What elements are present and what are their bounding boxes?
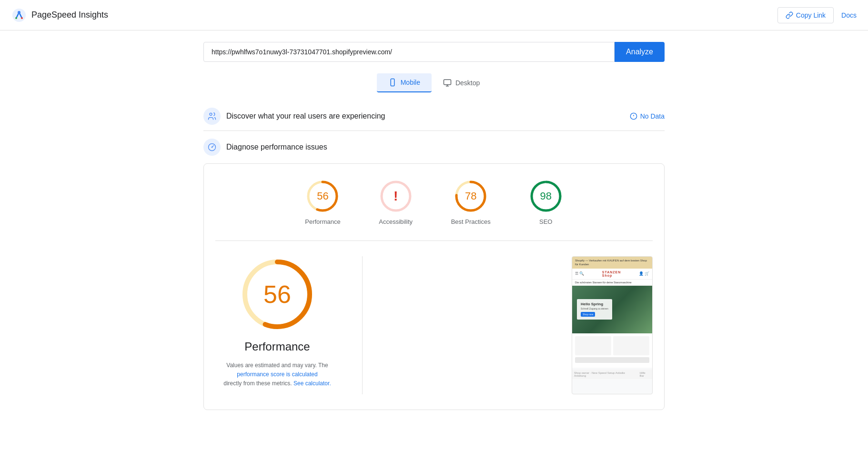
score-item-accessibility[interactable]: ! Accessibility (379, 179, 413, 225)
mobile-tab-label: Mobile (401, 79, 420, 86)
copy-link-label: Copy Link (796, 11, 826, 19)
screenshot-box: Shopify — Verkaufen mit KAUFEN auf dem b… (572, 256, 653, 394)
desktop-tab[interactable]: Desktop (432, 73, 491, 92)
header-left: PageSpeed Insights (11, 8, 108, 23)
url-input[interactable] (203, 42, 615, 62)
seo-score: 98 (540, 190, 552, 202)
screenshot-nav: ☰ 🔍 STANZENShop 👤 🛒 (572, 269, 652, 280)
accessibility-circle: ! (379, 179, 413, 213)
analyze-button[interactable]: Analyze (615, 42, 665, 62)
btn1: Shop now (581, 312, 595, 317)
screenshot-footer-right: Hilfe Bar (640, 371, 650, 377)
app-title: PageSpeed Insights (31, 10, 108, 20)
scores-card: 56 Performance ! Accessibility (203, 163, 665, 410)
performance-left: 56 Performance Values are estimated and … (215, 256, 339, 389)
perf-note-start: Values are estimated and may vary. The (226, 362, 328, 369)
mobile-icon (388, 78, 397, 87)
docs-link[interactable]: Docs (841, 11, 857, 19)
performance-big-score: 56 (263, 280, 291, 309)
hello-spring-desc: Schnell Zugang zu deinen (581, 307, 608, 310)
link-icon (786, 11, 793, 19)
users-icon (207, 111, 217, 121)
screenshot-content (572, 333, 652, 368)
seo-label: SEO (539, 218, 552, 225)
calculator-link[interactable]: See calculator. (293, 380, 331, 387)
screenshot-image: Hello Spring Schnell Zugang zu deinen Sh… (572, 286, 652, 333)
svg-rect-6 (444, 80, 451, 85)
perf-note-mid: directly from these metrics. (223, 380, 292, 387)
svg-point-1 (18, 11, 20, 14)
screenshot-footer: Shop owner · New Speed Setup Anledie Anl… (572, 370, 652, 379)
screenshot-text-placeholder (575, 357, 649, 363)
svg-point-2 (15, 17, 17, 19)
accessibility-label: Accessibility (379, 218, 413, 225)
no-data-label: No Data (640, 112, 665, 120)
url-row: Analyze (203, 42, 665, 62)
performance-detail-title: Performance (244, 340, 310, 353)
real-users-title: Discover what your real users are experi… (226, 112, 385, 120)
header: PageSpeed Insights Copy Link Docs (0, 0, 868, 30)
svg-point-14 (212, 147, 213, 148)
main-content: Analyze Mobile Desktop (196, 30, 672, 421)
best-practices-score: 78 (465, 190, 476, 202)
seo-circle: 98 (529, 179, 563, 213)
screenshot-cards (575, 336, 649, 355)
vertical-divider (362, 256, 363, 394)
performance-note: Values are estimated and may vary. The p… (215, 361, 339, 389)
speedometer-icon (207, 142, 217, 152)
header-right: Copy Link Docs (777, 7, 857, 23)
accessibility-score: ! (394, 189, 398, 204)
desktop-icon (443, 79, 452, 87)
screenshot-heading: Die schönsten Stansen für deine Stanzmas… (575, 281, 632, 284)
performance-score: 56 (317, 190, 328, 202)
best-practices-label: Best Practices (451, 218, 491, 225)
score-item-seo[interactable]: 98 SEO (529, 179, 563, 225)
device-toggle: Mobile Desktop (203, 73, 665, 92)
no-data-badge: No Data (630, 112, 665, 120)
hello-spring-title: Hello Spring (581, 302, 608, 306)
copy-link-button[interactable]: Copy Link (777, 7, 834, 23)
desktop-tab-label: Desktop (455, 79, 480, 87)
performance-label: Performance (305, 218, 340, 225)
svg-point-3 (21, 17, 23, 19)
screenshot-banner-text: Shopify — Verkaufen mit KAUFEN auf dem b… (575, 259, 647, 266)
mobile-tab[interactable]: Mobile (377, 73, 432, 92)
diagnose-title: Diagnose performance issues (226, 143, 327, 151)
performance-detail: 56 Performance Values are estimated and … (215, 256, 653, 394)
scores-row: 56 Performance ! Accessibility (215, 179, 653, 225)
real-users-section: Discover what your real users are experi… (203, 108, 665, 131)
diagnose-section: Diagnose performance issues (203, 139, 665, 156)
screenshot-area: Shopify — Verkaufen mit KAUFEN auf dem b… (385, 256, 653, 394)
diagnose-icon (203, 139, 221, 156)
screenshot-footer-left: Shop owner · New Speed Setup Anledie Anl… (574, 371, 636, 377)
score-item-best-practices[interactable]: 78 Best Practices (451, 179, 491, 225)
score-item-performance[interactable]: 56 Performance (305, 179, 340, 225)
pagespeed-logo-icon (11, 8, 27, 23)
screenshot-logo: STANZENShop (602, 271, 621, 277)
performance-big-circle: 56 (239, 256, 315, 332)
hello-spring-box: Hello Spring Schnell Zugang zu deinen Sh… (577, 299, 612, 320)
svg-point-9 (210, 113, 212, 115)
screenshot-subtitle: Die schönsten Stansen für deine Stanzmas… (572, 280, 652, 286)
screenshot-card-1 (575, 336, 611, 355)
screenshot-card-2 (613, 336, 649, 355)
performance-circle: 56 (305, 179, 340, 213)
best-practices-circle: 78 (454, 179, 488, 213)
card-divider (215, 241, 653, 241)
info-icon (630, 112, 637, 120)
svg-point-0 (12, 9, 26, 22)
real-users-icon (203, 108, 221, 125)
screenshot-banner: Shopify — Verkaufen mit KAUFEN auf dem b… (572, 257, 652, 269)
performance-score-link[interactable]: performance score is calculated (237, 371, 317, 378)
